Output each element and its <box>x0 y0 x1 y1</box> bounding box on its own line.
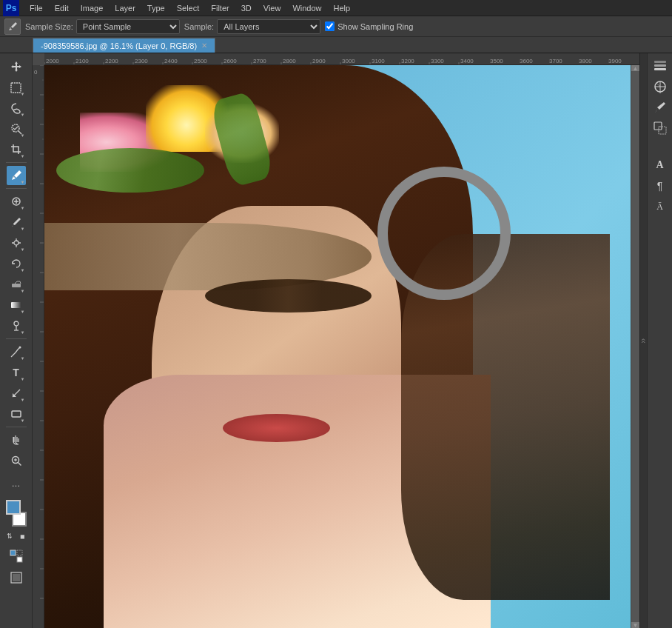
submenu-arrow: ▼ <box>21 113 25 117</box>
svg-text:3000: 3000 <box>342 58 355 64</box>
svg-line-18 <box>18 463 21 466</box>
svg-text:2100: 2100 <box>75 58 89 64</box>
character-panel-btn[interactable]: A <box>651 156 670 175</box>
app-logo: Ps <box>3 0 19 16</box>
svg-text:2000: 2000 <box>46 58 59 64</box>
sample-size-label: Sample Size: <box>25 22 73 31</box>
tool-text[interactable]: T ▼ <box>7 363 26 382</box>
menu-file[interactable]: File <box>24 2 49 14</box>
menu-help[interactable]: Help <box>328 2 357 14</box>
tool-eraser[interactable]: ▼ <box>7 275 26 294</box>
svg-text:2600: 2600 <box>224 58 237 64</box>
reset-colors-btn[interactable]: ◼ <box>17 530 29 542</box>
svg-text:2900: 2900 <box>312 58 326 64</box>
svg-text:0: 0 <box>34 69 38 76</box>
menu-edit[interactable]: Edit <box>49 2 75 14</box>
color-controls: ⇅ ◼ <box>4 530 29 543</box>
vertical-scrollbar[interactable]: ▲ ▼ <box>631 65 639 628</box>
svg-text:3100: 3100 <box>372 58 385 64</box>
toolbar-divider-1 <box>6 162 27 163</box>
tool-crop[interactable]: ▼ <box>7 140 26 159</box>
left-toolbar: ▼ ▼ ▼ ▼ <box>0 53 33 628</box>
tool-path-select[interactable]: ▼ <box>7 384 26 403</box>
canvas-viewport[interactable]: ▲ ▼ <box>44 65 639 628</box>
svg-text:3200: 3200 <box>401 58 414 64</box>
foreground-color-swatch[interactable] <box>6 500 21 515</box>
sample-size-dropdown[interactable]: Point Sample <box>76 19 180 34</box>
tab-bar: -908359586.jpg @ 16.1% (Layer 0, RGB/8) … <box>0 37 672 53</box>
svg-text:2700: 2700 <box>253 58 266 64</box>
panel-collapse-btn[interactable]: ‹‹ <box>639 53 647 628</box>
ruler-left: 0 <box>33 65 44 628</box>
sample-dropdown[interactable]: All Layers <box>217 19 320 34</box>
submenu-arrow: ▼ <box>21 418 25 423</box>
screen-mode-btn[interactable] <box>7 568 26 587</box>
svg-rect-89 <box>654 61 666 63</box>
tool-lasso[interactable]: ▼ <box>7 98 26 118</box>
quick-mask-btn[interactable] <box>7 547 26 566</box>
canvas-image: ▲ ▼ <box>44 65 639 628</box>
glyphs-panel-btn[interactable]: Ā <box>651 197 670 216</box>
tool-brush[interactable]: ▼ <box>7 213 26 232</box>
svg-point-2 <box>12 124 19 132</box>
adjustments-panel-btn[interactable] <box>651 77 670 96</box>
swap-colors-btn[interactable]: ⇅ <box>4 530 16 542</box>
menu-layer[interactable]: Layer <box>109 2 141 14</box>
submenu-arrow: ▼ <box>21 330 25 335</box>
right-sidebar: A ¶ Ā <box>647 53 672 628</box>
svg-rect-10 <box>11 302 21 308</box>
show-sampling-ring-checkbox[interactable]: Show Sampling Ring <box>325 21 413 31</box>
tool-marquee[interactable]: ▼ <box>7 78 26 97</box>
tab-filename: -908359586.jpg @ 16.1% (Layer 0, RGB/8) <box>41 41 197 50</box>
toolbar-divider-4 <box>6 427 27 427</box>
menu-window[interactable]: Window <box>286 2 327 14</box>
svg-rect-1 <box>11 83 21 93</box>
svg-rect-91 <box>654 68 666 70</box>
submenu-arrow: ▼ <box>21 268 25 273</box>
portrait-hair-right <box>401 234 609 600</box>
submenu-arrow: ▼ <box>21 247 25 252</box>
tool-spot-heal[interactable]: ▼ <box>7 192 26 211</box>
main-area: ▼ ▼ ▼ ▼ <box>0 53 672 628</box>
brush-settings-btn[interactable] <box>651 98 670 117</box>
svg-rect-93 <box>654 122 662 130</box>
menu-type[interactable]: Type <box>141 2 171 14</box>
svg-text:3700: 3700 <box>549 58 562 64</box>
svg-text:3800: 3800 <box>579 58 592 64</box>
tool-eyedropper[interactable]: ▼ <box>7 166 26 185</box>
submenu-arrow: ▼ <box>21 92 25 96</box>
svg-text:3900: 3900 <box>608 58 622 64</box>
portrait-eyes <box>205 279 372 313</box>
tool-pen[interactable]: ▼ <box>7 342 26 361</box>
tool-clone[interactable]: ▼ <box>7 233 26 253</box>
tool-history-brush[interactable]: ▼ <box>7 254 26 273</box>
clone-source-btn[interactable] <box>651 118 670 138</box>
tool-dodge[interactable]: ▼ <box>7 316 26 335</box>
layers-panel-btn[interactable] <box>651 56 670 76</box>
svg-text:2200: 2200 <box>105 58 118 64</box>
submenu-arrow: ▼ <box>21 356 25 361</box>
menu-select[interactable]: Select <box>171 2 206 14</box>
menu-3d[interactable]: 3D <box>235 2 258 14</box>
svg-rect-23 <box>17 550 22 555</box>
svg-text:2500: 2500 <box>194 58 207 64</box>
eyedropper-tool-btn[interactable] <box>4 19 21 35</box>
svg-rect-9 <box>12 284 21 287</box>
svg-text:3500: 3500 <box>490 58 503 64</box>
menu-image[interactable]: Image <box>75 2 110 14</box>
tool-gradient[interactable]: ▼ <box>7 295 26 315</box>
tool-hand[interactable] <box>7 430 26 450</box>
svg-text:2300: 2300 <box>135 58 148 64</box>
menu-view[interactable]: View <box>258 2 287 14</box>
document-tab[interactable]: -908359586.jpg @ 16.1% (Layer 0, RGB/8) … <box>33 38 215 53</box>
submenu-arrow: ▼ <box>21 227 25 231</box>
tool-quick-select[interactable]: ▼ <box>7 119 26 138</box>
paragraph-panel-btn[interactable]: ¶ <box>651 176 670 196</box>
tool-rectangle[interactable]: ▼ <box>7 404 26 424</box>
menu-filter[interactable]: Filter <box>205 2 235 14</box>
svg-rect-65 <box>33 65 44 628</box>
tool-move[interactable] <box>7 57 26 76</box>
tool-zoom[interactable] <box>7 451 26 470</box>
tab-close-btn[interactable]: ✕ <box>201 41 207 50</box>
tool-extra[interactable]: … <box>7 474 26 493</box>
